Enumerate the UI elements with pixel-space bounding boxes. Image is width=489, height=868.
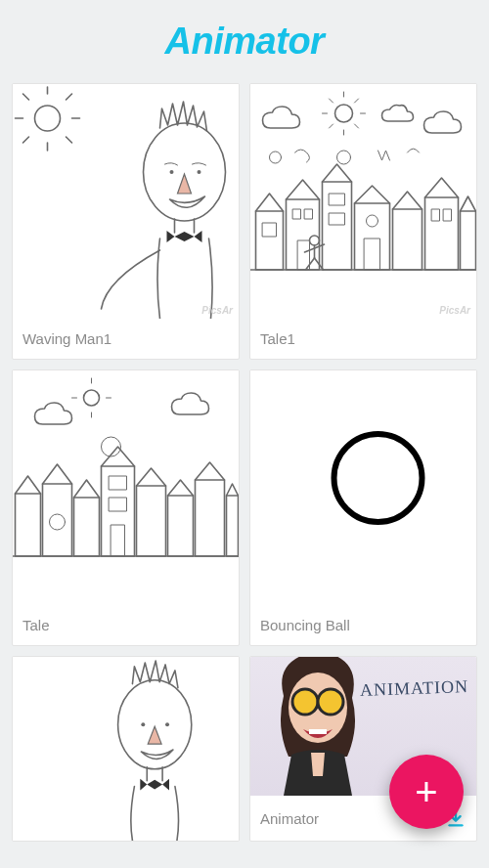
app-title: Animator	[165, 21, 325, 63]
header: Animator	[0, 0, 489, 83]
project-label: Tale	[22, 617, 50, 633]
project-card[interactable]: Tale	[12, 369, 240, 646]
project-thumbnail	[13, 370, 239, 605]
project-caption: Tale1	[250, 319, 476, 359]
watermark: PicsAr	[439, 305, 470, 316]
svg-rect-27	[293, 209, 301, 219]
svg-rect-38	[432, 209, 440, 221]
svg-rect-32	[330, 213, 345, 225]
svg-rect-25	[263, 223, 277, 237]
project-thumbnail: PicsAr	[13, 84, 239, 319]
person-photo-icon	[254, 657, 381, 796]
svg-rect-62	[137, 486, 166, 556]
svg-line-8	[67, 137, 72, 143]
svg-rect-60	[110, 498, 127, 511]
svg-line-19	[330, 124, 333, 128]
svg-point-34	[367, 215, 378, 227]
project-thumbnail	[13, 657, 239, 841]
svg-point-41	[310, 236, 320, 245]
svg-rect-36	[393, 209, 422, 270]
svg-rect-61	[111, 525, 125, 556]
project-label: Waving Man1	[22, 330, 111, 347]
svg-point-22	[337, 151, 351, 164]
project-caption: Tale	[13, 605, 239, 645]
svg-point-69	[165, 722, 169, 726]
svg-rect-64	[196, 480, 225, 556]
svg-rect-57	[74, 498, 100, 556]
svg-point-66	[334, 434, 422, 522]
project-card[interactable]	[12, 656, 240, 842]
waving-man-sketch-icon	[13, 657, 239, 841]
svg-point-47	[84, 390, 100, 406]
svg-line-5	[23, 94, 29, 100]
townscape-sketch-icon	[250, 84, 476, 319]
svg-point-0	[35, 106, 61, 131]
svg-line-20	[355, 124, 359, 128]
townscape-sketch-icon	[13, 370, 239, 605]
project-thumbnail: PicsAr	[250, 84, 476, 319]
project-card[interactable]: Bouncing Ball	[249, 369, 477, 646]
add-button[interactable]: +	[389, 755, 464, 829]
svg-rect-54	[16, 494, 41, 556]
svg-rect-39	[444, 209, 452, 221]
svg-point-56	[50, 514, 66, 530]
svg-point-68	[141, 722, 145, 726]
svg-point-71	[292, 689, 318, 715]
svg-rect-59	[110, 476, 127, 490]
svg-point-21	[270, 152, 282, 163]
svg-rect-37	[425, 197, 459, 270]
project-label: Animator	[260, 810, 319, 827]
plus-icon: +	[415, 772, 437, 811]
svg-line-17	[330, 99, 333, 103]
svg-rect-74	[309, 729, 327, 734]
project-label: Bouncing Ball	[260, 617, 350, 633]
svg-rect-63	[168, 496, 194, 556]
svg-rect-29	[298, 240, 310, 270]
svg-point-72	[318, 689, 343, 715]
project-label: Tale1	[260, 330, 295, 347]
svg-rect-35	[365, 239, 380, 270]
project-card[interactable]: PicsAr Tale1	[249, 83, 477, 360]
project-grid: PicsAr Waving Man1	[0, 83, 489, 851]
svg-rect-28	[305, 209, 313, 219]
svg-line-7	[23, 137, 29, 143]
svg-line-6	[67, 94, 72, 100]
svg-point-11	[198, 170, 201, 174]
project-thumbnail	[250, 370, 476, 605]
watermark: PicsAr	[201, 305, 233, 316]
project-caption: Bouncing Ball	[250, 605, 476, 645]
svg-rect-40	[461, 211, 476, 270]
svg-rect-30	[323, 182, 352, 270]
svg-point-12	[335, 105, 353, 122]
svg-rect-65	[227, 496, 239, 556]
svg-rect-55	[43, 484, 72, 556]
project-caption: Waving Man1	[13, 319, 239, 359]
circle-sketch-icon	[250, 370, 476, 605]
svg-line-18	[355, 99, 359, 103]
svg-rect-31	[330, 194, 345, 205]
project-card[interactable]: PicsAr Waving Man1	[12, 83, 240, 360]
svg-rect-24	[256, 211, 284, 270]
svg-point-10	[170, 170, 174, 174]
waving-man-sketch-icon	[13, 84, 239, 319]
svg-rect-33	[355, 203, 390, 270]
svg-point-9	[144, 123, 226, 221]
